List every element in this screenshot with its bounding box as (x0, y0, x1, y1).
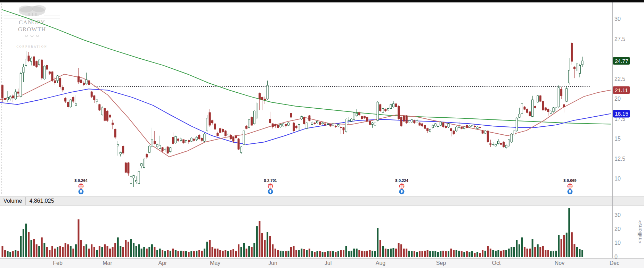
candle-body (306, 123, 308, 128)
volume-bar (366, 251, 368, 257)
volume-bar (361, 251, 363, 257)
month-label-aug[interactable]: Aug (376, 260, 385, 266)
month-label-jun[interactable]: Jun (268, 260, 277, 266)
volume-bar (348, 251, 350, 257)
candle-body (406, 116, 407, 123)
candle-body (117, 144, 119, 146)
volume-bar (398, 243, 400, 257)
volume-bar (25, 224, 27, 257)
volume-bar (70, 246, 72, 257)
month-label-dec[interactable]: Dec (610, 260, 619, 266)
volume-bar (88, 249, 90, 257)
candle-body (225, 131, 226, 136)
phone-glyph: ☎ (568, 184, 572, 189)
candle-body (348, 120, 350, 121)
volume-bar (267, 232, 268, 257)
candle-body (141, 164, 142, 166)
volume-bar (427, 250, 429, 257)
volume-bar (219, 250, 221, 257)
volume-bar (324, 252, 326, 257)
candle-body (497, 141, 499, 144)
candle-body (162, 148, 163, 151)
volume-bar (345, 246, 347, 257)
volume-bar (351, 251, 352, 257)
volume-bar (164, 251, 166, 257)
candle-body (159, 145, 161, 148)
volume-bar (241, 247, 242, 257)
month-label-mar[interactable]: Mar (103, 260, 112, 266)
candle-body (230, 135, 231, 139)
volume-bar (154, 247, 155, 257)
candle-body (41, 60, 43, 78)
candle-body (167, 147, 169, 153)
volume-bar (448, 251, 449, 257)
candle-body (466, 125, 468, 128)
volume-bar (269, 236, 271, 257)
volume-bar (298, 250, 300, 257)
month-label-feb[interactable]: Feb (53, 260, 63, 266)
candle-body (43, 66, 45, 79)
month-label-may[interactable]: May (210, 260, 220, 266)
volume-bar (57, 247, 58, 257)
volume-bar (529, 249, 531, 257)
candle-body (503, 142, 505, 147)
volume-bar (490, 249, 491, 257)
candle-body (550, 111, 552, 114)
volume-bar (85, 244, 87, 257)
month-label-apr[interactable]: Apr (158, 260, 168, 266)
volume-bar (508, 249, 510, 257)
candle-body (25, 59, 27, 65)
chart-canvas[interactable]: $-0.264☎$-2.701☎$-0.224☎$-0.069☎3027.522… (0, 0, 644, 268)
candle-body (458, 126, 460, 128)
last-price-badge-text: 24.77 (615, 58, 628, 64)
volume-bar (474, 253, 476, 257)
candle-body (261, 97, 263, 100)
volume-bar (253, 243, 255, 257)
candle-body (246, 126, 247, 128)
volume-bar (287, 251, 289, 257)
candle-body (440, 122, 441, 125)
volume-bar (20, 236, 22, 257)
volume-bar (450, 249, 452, 257)
volume-bar (264, 240, 266, 257)
candle-body (253, 111, 255, 124)
volume-bar (151, 244, 153, 257)
volume-bar (136, 246, 137, 257)
candle-body (185, 141, 187, 143)
volume-bar (78, 219, 79, 257)
volume-bar (120, 246, 121, 257)
month-label-nov[interactable]: Nov (555, 260, 564, 266)
candle-body (366, 117, 368, 122)
volume-bar (500, 251, 502, 257)
candle-body (101, 108, 103, 115)
volume-bar (466, 251, 468, 257)
volume-bar (80, 240, 82, 257)
volume-bar (416, 252, 418, 257)
candle-body (581, 61, 583, 65)
lightbulb-glyph (80, 190, 82, 192)
candle-body (282, 124, 284, 126)
phone-glyph: ☎ (79, 184, 83, 189)
candle-body (337, 125, 339, 126)
volume-bar (256, 226, 258, 257)
month-label-jul[interactable]: Jul (325, 260, 332, 266)
month-label-sep[interactable]: Sep (436, 260, 446, 266)
volume-bar (104, 244, 106, 257)
volume-bar (4, 250, 6, 257)
candle-body (38, 60, 40, 65)
candle-body (62, 87, 64, 90)
candle-body (196, 137, 197, 140)
volume-bar (33, 239, 35, 257)
volume-bar (463, 252, 465, 257)
candle-body (295, 126, 297, 128)
earnings-amount-label: $-0.224 (395, 178, 408, 183)
candle-body (51, 72, 53, 81)
candle-body (164, 149, 166, 150)
volume-bar (534, 247, 536, 257)
lightbulb-glyph (569, 190, 571, 192)
volume-bar (364, 251, 365, 257)
volume-bar (319, 251, 321, 257)
candle-body (85, 80, 87, 84)
month-label-oct[interactable]: Oct (492, 260, 501, 266)
volume-bar (246, 249, 247, 257)
